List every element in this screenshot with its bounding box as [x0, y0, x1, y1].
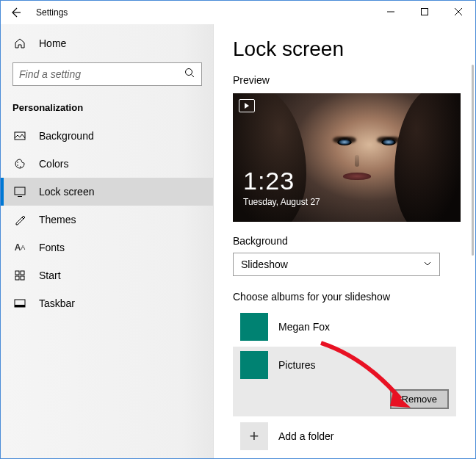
search-box[interactable]	[12, 62, 202, 86]
albums-label: Choose albums for your slideshow	[233, 291, 456, 303]
sidebar-item-background[interactable]: Background	[1, 122, 214, 150]
album-name: Pictures	[278, 359, 316, 371]
close-icon	[455, 8, 462, 15]
home-icon	[12, 37, 27, 49]
nav-label: Colors	[39, 158, 68, 170]
lock-screen-preview: 1:23 Tuesday, August 27	[233, 93, 461, 222]
preview-date: Tuesday, August 27	[243, 197, 320, 207]
album-item[interactable]: Megan Fox	[233, 308, 456, 345]
minimize-button[interactable]	[374, 1, 408, 23]
sidebar: Home Personalization Background Colors L…	[1, 24, 214, 458]
svg-point-7	[17, 162, 18, 163]
window-controls	[374, 1, 475, 23]
scrollbar[interactable]	[472, 65, 474, 256]
plus-icon: +	[240, 422, 268, 450]
chevron-down-icon	[423, 259, 432, 270]
category-header: Personalization	[1, 98, 214, 122]
svg-line-5	[192, 75, 195, 78]
fonts-icon: AA	[12, 242, 27, 253]
preview-time: 1:23	[243, 167, 320, 195]
sidebar-item-themes[interactable]: Themes	[1, 206, 214, 234]
nav-label: Taskbar	[39, 297, 75, 309]
taskbar-icon	[12, 297, 27, 309]
album-item-selected[interactable]: Pictures Remove	[233, 347, 456, 416]
themes-icon	[12, 214, 27, 225]
svg-point-9	[20, 166, 21, 167]
content-pane: Lock screen Preview 1:23 Tuesday, August…	[214, 24, 475, 458]
nav-label: Themes	[39, 214, 76, 225]
maximize-button[interactable]	[408, 1, 441, 23]
close-button[interactable]	[441, 1, 475, 23]
album-name: Megan Fox	[278, 321, 330, 333]
background-label: Background	[233, 235, 456, 247]
preview-label: Preview	[233, 74, 456, 86]
picture-icon	[12, 130, 27, 142]
maximize-icon	[421, 8, 428, 15]
svg-point-8	[17, 165, 18, 166]
album-thumbnail	[240, 313, 268, 341]
svg-point-4	[186, 69, 192, 76]
dropdown-value: Slideshow	[241, 259, 288, 270]
search-icon	[184, 67, 195, 82]
svg-rect-15	[21, 276, 24, 280]
palette-icon	[12, 158, 27, 170]
home-label: Home	[39, 37, 66, 49]
svg-rect-12	[15, 271, 19, 275]
page-heading: Lock screen	[233, 37, 456, 61]
sidebar-item-lock-screen[interactable]: Lock screen	[1, 178, 214, 206]
window-title: Settings	[36, 7, 68, 18]
slideshow-icon	[239, 99, 255, 112]
back-button[interactable]	[10, 7, 21, 18]
add-folder-button[interactable]: + Add a folder	[233, 418, 456, 455]
remove-button[interactable]: Remove	[390, 389, 449, 409]
svg-rect-11	[18, 196, 22, 197]
home-nav[interactable]: Home	[1, 32, 214, 55]
svg-rect-10	[15, 187, 25, 195]
sidebar-item-start[interactable]: Start	[1, 261, 214, 289]
background-dropdown[interactable]: Slideshow	[233, 253, 440, 276]
search-input[interactable]	[19, 68, 184, 80]
lock-screen-icon	[12, 186, 27, 198]
arrow-left-icon	[10, 7, 21, 18]
sidebar-item-colors[interactable]: Colors	[1, 150, 214, 178]
album-thumbnail	[240, 351, 268, 379]
svg-rect-17	[15, 305, 25, 307]
nav-label: Start	[39, 270, 61, 281]
start-icon	[12, 270, 27, 281]
add-folder-label: Add a folder	[278, 430, 334, 442]
sidebar-item-taskbar[interactable]: Taskbar	[1, 289, 214, 317]
svg-rect-1	[422, 9, 428, 15]
preview-clock: 1:23 Tuesday, August 27	[243, 167, 320, 207]
nav-label: Lock screen	[39, 186, 94, 198]
nav-label: Fonts	[39, 242, 65, 253]
nav-label: Background	[39, 130, 94, 142]
titlebar: Settings	[1, 1, 475, 24]
svg-rect-13	[21, 271, 24, 275]
svg-rect-14	[15, 276, 19, 280]
settings-window: Settings Home Personalization	[0, 0, 476, 459]
sidebar-item-fonts[interactable]: AA Fonts	[1, 234, 214, 261]
minimize-icon	[387, 8, 394, 15]
